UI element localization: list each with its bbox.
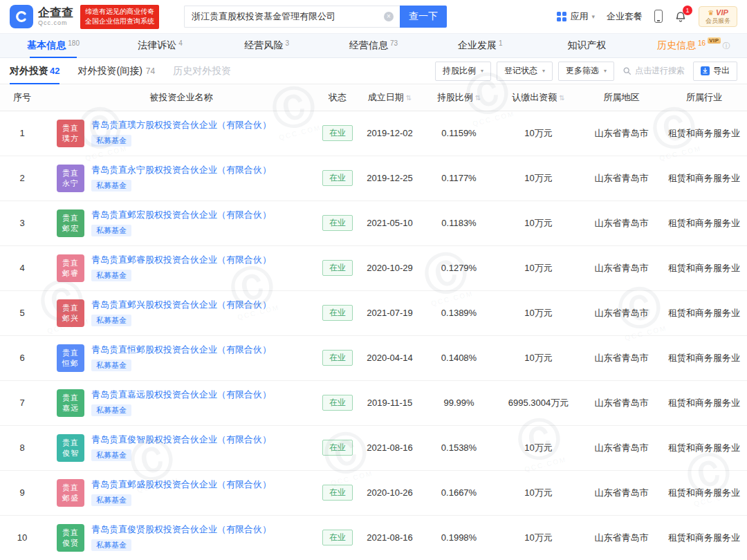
avatar-line1: 贵直 — [62, 168, 79, 178]
company-name-link[interactable]: 青岛贵直俊贤股权投资合伙企业（有限合伙） — [91, 524, 271, 536]
export-button[interactable]: 导出 — [693, 62, 737, 81]
apps-menu[interactable]: 应用 ▾ — [557, 10, 595, 23]
sort-icon[interactable]: ⇅ — [475, 94, 481, 102]
search-icon — [622, 66, 631, 75]
established-date: 2019-12-25 — [357, 156, 423, 200]
main-tab[interactable]: 经营风险 3 VIP ⓘ — [214, 34, 320, 57]
table-row: 2 贵直 永宁 青岛贵直永宁股权投资合伙企业（有限合伙） 私募基金 在业 201… — [0, 156, 747, 200]
sub-tab[interactable]: 对外投资 42 — [10, 58, 59, 84]
avatar-line1: 贵直 — [62, 123, 79, 133]
mobile-app-icon[interactable] — [654, 10, 663, 23]
avatar-line2: 邺兴 — [62, 313, 79, 323]
table-row: 9 贵直 邺盛 青岛贵直邺盛股权投资合伙企业（有限合伙） 私募基金 在业 202… — [0, 470, 747, 515]
shareholding-ratio: 0.1389% — [423, 290, 495, 335]
main-tab[interactable]: 历史信息 16 VIP ⓘ — [640, 34, 747, 57]
filter-group: 持股比例 ▾ 登记状态 ▾ 更多筛选 ▾ — [435, 62, 614, 81]
filter-dropdown[interactable]: 持股比例 ▾ — [435, 62, 491, 81]
subtab-label: 对外投资 — [10, 65, 48, 77]
filter-label: 更多筛选 — [566, 65, 599, 77]
search-button[interactable]: 查一下 — [400, 6, 447, 28]
company-avatar[interactable]: 贵直 邺兴 — [57, 299, 84, 327]
table-row: 10 贵直 俊贤 青岛贵直俊贤股权投资合伙企业（有限合伙） 私募基金 在业 20… — [0, 515, 747, 560]
info-icon: ⓘ — [723, 41, 730, 51]
fund-tag: 私募基金 — [91, 494, 131, 506]
main-tab[interactable]: 经营信息 73 VIP ⓘ — [320, 34, 427, 57]
table-search[interactable]: 点击进行搜索 — [620, 65, 688, 77]
company-avatar[interactable]: 贵直 邺盛 — [57, 479, 84, 507]
status-badge: 在业 — [322, 440, 353, 456]
company-name-link[interactable]: 青岛贵直永宁股权投资合伙企业（有限合伙） — [91, 165, 271, 176]
crown-icon: ♛ — [708, 9, 714, 17]
row-index: 2 — [0, 156, 44, 200]
subscribed-capital: 10万元 — [495, 515, 582, 560]
status-badge: 在业 — [322, 305, 353, 321]
company-avatar[interactable]: 贵直 俊智 — [57, 434, 84, 462]
chevron-down-icon: ▾ — [591, 13, 595, 20]
row-index: 10 — [0, 515, 44, 560]
enterprise-package-link[interactable]: 企业套餐 — [607, 10, 643, 23]
subscribed-capital: 10万元 — [495, 245, 582, 290]
tab-count: 1 — [499, 39, 503, 47]
slogan-line1: 缔造有远见的商业传奇 — [85, 7, 154, 17]
subscribed-capital: 10万元 — [495, 290, 582, 335]
table-row: 6 贵直 恒邺 青岛贵直恒邺股权投资合伙企业（有限合伙） 私募基金 在业 202… — [0, 335, 747, 380]
company-name-link[interactable]: 青岛贵直邺盛股权投资合伙企业（有限合伙） — [91, 479, 271, 491]
company-name-link[interactable]: 青岛贵直邺睿股权投资合伙企业（有限合伙） — [91, 254, 271, 266]
avatar-line2: 恒邺 — [62, 358, 79, 368]
header-industry: 所属行业 — [661, 84, 747, 111]
avatar-line1: 贵直 — [62, 438, 79, 447]
company-avatar[interactable]: 贵直 邺宏 — [57, 209, 84, 237]
company-name-link[interactable]: 青岛贵直俊智股权投资合伙企业（有限合伙） — [91, 434, 271, 446]
fund-tag: 私募基金 — [91, 404, 131, 416]
sub-tab[interactable]: 对外投资(间接) 74 — [77, 58, 155, 84]
fund-tag: 私募基金 — [91, 360, 131, 371]
main-tab[interactable]: 企业发展 1 VIP ⓘ — [427, 34, 533, 57]
company-avatar[interactable]: 贵直 嘉远 — [57, 389, 84, 417]
company-avatar[interactable]: 贵直 恒邺 — [57, 344, 84, 372]
company-name-link[interactable]: 青岛贵直恒邺股权投资合伙企业（有限合伙） — [91, 344, 271, 356]
row-index: 1 — [0, 111, 44, 156]
company-avatar[interactable]: 贵直 俊贤 — [57, 524, 84, 552]
sub-tabs: 对外投资 42 对外投资(间接) 74 历史对外投资 — [10, 58, 249, 84]
qcc-logo[interactable]: 企查查 Qcc.com — [10, 5, 73, 28]
vip-label: VIP — [716, 8, 728, 17]
chevron-down-icon: ▾ — [542, 68, 545, 74]
company-name-link[interactable]: 青岛贵直邺兴股权投资合伙企业（有限合伙） — [91, 299, 271, 311]
fund-tag: 私募基金 — [91, 225, 131, 236]
tab-count: 73 — [390, 39, 398, 47]
company-name-link[interactable]: 青岛贵直璞方股权投资合伙企业（有限合伙） — [91, 120, 271, 131]
established-date: 2020-10-29 — [357, 245, 423, 290]
avatar-line1: 贵直 — [62, 303, 79, 312]
sort-icon[interactable]: ⇅ — [559, 94, 564, 102]
investment-table-body: 1 贵直 璞方 青岛贵直璞方股权投资合伙企业（有限合伙） 私募基金 在业 201… — [0, 111, 747, 560]
main-tab[interactable]: 知识产权 VIP ⓘ — [533, 34, 640, 57]
main-tab[interactable]: 基本信息 180 VIP ⓘ — [0, 34, 107, 57]
region: 山东省青岛市 — [582, 156, 661, 200]
company-name-link[interactable]: 青岛贵直嘉远股权投资合伙企业（有限合伙） — [91, 389, 271, 401]
filter-dropdown[interactable]: 登记状态 ▾ — [497, 62, 553, 81]
avatar-line2: 俊智 — [62, 448, 79, 458]
avatar-line2: 邺盛 — [62, 493, 79, 503]
main-tab[interactable]: 法律诉讼 4 VIP ⓘ — [107, 34, 213, 57]
sub-tab[interactable]: 历史对外投资 — [173, 58, 231, 84]
fund-tag: 私募基金 — [91, 270, 131, 281]
avatar-line2: 俊贤 — [62, 538, 79, 548]
notifications-button[interactable]: 1 — [674, 10, 687, 23]
status-badge: 在业 — [322, 350, 353, 366]
company-search: × 查一下 — [184, 6, 447, 28]
status-badge: 在业 — [322, 530, 353, 545]
company-avatar[interactable]: 贵直 永宁 — [57, 165, 84, 192]
sort-icon[interactable]: ⇅ — [406, 94, 412, 102]
company-name-link[interactable]: 青岛贵直邺宏股权投资合伙企业（有限合伙） — [91, 209, 271, 221]
filter-dropdown[interactable]: 更多筛选 ▾ — [558, 62, 614, 81]
notification-badge: 1 — [683, 6, 692, 15]
vip-membership[interactable]: ♛ VIP 会员服务 — [699, 6, 737, 27]
tab-label: 企业发展 — [458, 39, 497, 52]
region: 山东省青岛市 — [582, 335, 661, 380]
company-avatar[interactable]: 贵直 邺睿 — [57, 254, 84, 282]
subscribed-capital: 10万元 — [495, 425, 582, 470]
search-input[interactable] — [184, 6, 400, 28]
tab-label: 历史信息 — [657, 39, 696, 52]
clear-search-icon[interactable]: × — [384, 12, 394, 21]
company-avatar[interactable]: 贵直 璞方 — [57, 120, 84, 147]
